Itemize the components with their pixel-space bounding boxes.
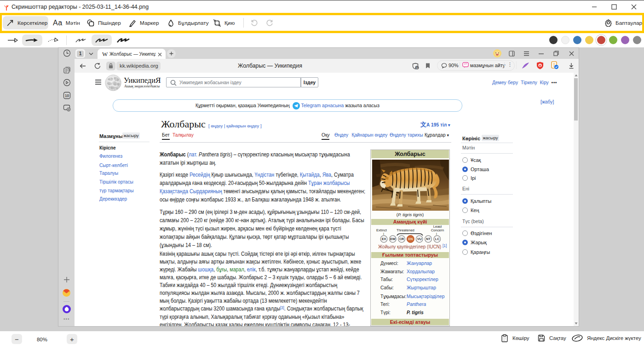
svg-text:NT: NT bbox=[426, 237, 431, 241]
svg-text:LC: LC bbox=[435, 237, 440, 241]
svg-text:10: 10 bbox=[65, 94, 69, 98]
svg-text:“”: “” bbox=[464, 63, 467, 66]
svg-text:CR: CR bbox=[399, 237, 404, 241]
svg-text:VU: VU bbox=[417, 237, 422, 241]
svg-text:1: 1 bbox=[416, 66, 418, 69]
svg-text:EX: EX bbox=[382, 237, 386, 241]
svg-text:EW: EW bbox=[390, 237, 396, 241]
svg-text:EN: EN bbox=[408, 237, 413, 241]
